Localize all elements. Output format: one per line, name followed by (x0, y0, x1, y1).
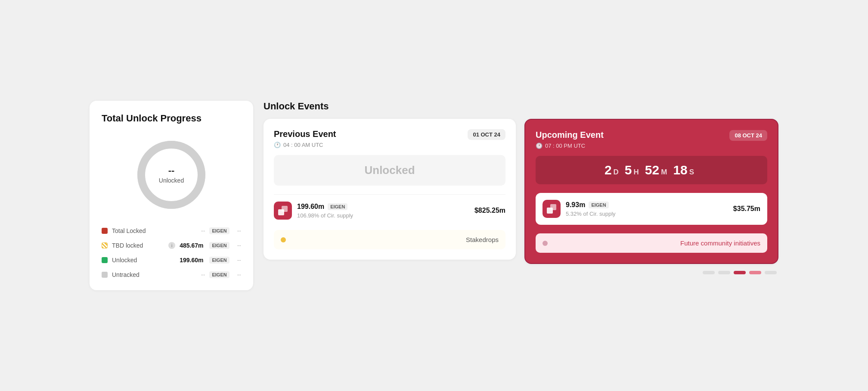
locked-eigen-badge: EIGEN (209, 227, 229, 234)
upcoming-token-usd: $35.75m (733, 205, 760, 213)
previous-token-supply: 106.98% of Cir. supply (297, 212, 469, 219)
future-dot (542, 241, 548, 246)
upcoming-token-info: 9.93m EIGEN 5.32% of Cir. supply (566, 201, 728, 217)
upcoming-event-date: 08 OCT 24 (729, 130, 767, 141)
upcoming-token-amount: 9.93m (566, 201, 585, 209)
donut-container: -- Unlocked (102, 136, 241, 214)
future-row: Future community initiatives (536, 233, 767, 253)
total-unlock-progress-card: Total Unlock Progress -- Unlocked Total … (90, 101, 253, 290)
tbd-extra: -- (237, 242, 241, 249)
previous-time-text: 04 : 00 AM UTC (283, 142, 323, 148)
upcoming-event-header: Upcoming Event 08 OCT 24 (536, 130, 767, 141)
previous-token-icon (274, 202, 292, 220)
legend-value-locked: -- (201, 227, 205, 234)
pag-dot-4[interactable] (749, 271, 761, 274)
tbd-eigen-badge: EIGEN (209, 242, 229, 249)
future-label: Future community initiatives (552, 239, 760, 247)
countdown-days-unit: D (614, 168, 619, 177)
tbd-value: 485.67m (180, 242, 203, 249)
donut-chart: -- Unlocked (133, 136, 210, 214)
unlocked-eigen-badge: EIGEN (209, 257, 229, 264)
countdown-hours: 5 (625, 163, 632, 177)
countdown-minutes-unit: M (661, 168, 667, 177)
legend-item-unlocked: Unlocked 199.60m EIGEN -- (102, 257, 241, 264)
unlocked-status-label: Unlocked (364, 164, 415, 177)
upcoming-event-time: 🕐 07 : 00 PM UTC (536, 143, 767, 149)
tbd-dot (102, 242, 108, 248)
clock-icon: 🕐 (274, 142, 281, 148)
left-card-title: Total Unlock Progress (102, 113, 241, 124)
unlocked-dot (102, 257, 108, 263)
locked-dot (102, 228, 108, 234)
upcoming-token-amount-row: 9.93m EIGEN (566, 201, 728, 209)
previous-event-title: Previous Event (274, 129, 336, 139)
stakedrops-label: Stakedrops (290, 236, 499, 243)
previous-event-card: Previous Event 01 OCT 24 🕐 04 : 00 AM UT… (264, 119, 516, 260)
svg-rect-5 (550, 204, 556, 210)
pag-dot-2[interactable] (718, 271, 730, 274)
untracked-extra: -- (237, 271, 241, 278)
previous-token-row: 199.60m EIGEN 106.98% of Cir. supply $82… (274, 194, 505, 227)
countdown-minutes: 52 (645, 163, 659, 177)
legend-item-untracked: Untracked -- EIGEN -- (102, 271, 241, 278)
untracked-value: -- (201, 271, 205, 278)
previous-token-usd: $825.25m (474, 207, 505, 214)
pag-dot-5[interactable] (765, 271, 777, 274)
untracked-eigen-badge: EIGEN (209, 271, 229, 278)
legend-name-locked: Total Locked (112, 227, 197, 234)
legend-name-unlocked: Unlocked (112, 257, 175, 264)
pagination-dots (264, 271, 778, 274)
countdown-box: 2 D 5 H 52 M 18 S (536, 156, 767, 184)
stakedrops-dot (281, 237, 286, 242)
countdown-days: 2 (604, 163, 612, 177)
unlock-events-title: Unlock Events (264, 101, 778, 112)
previous-token-amount-row: 199.60m EIGEN (297, 203, 469, 211)
previous-event-time: 🕐 04 : 00 AM UTC (274, 142, 505, 148)
untracked-dot (102, 272, 108, 278)
unlocked-extra: -- (237, 257, 241, 264)
info-icon[interactable]: i (168, 242, 175, 249)
legend-item-locked: Total Locked -- EIGEN -- (102, 227, 241, 234)
countdown-hours-unit: H (634, 168, 639, 177)
legend-name-tbd: TBD locked (112, 242, 164, 249)
upcoming-token-supply: 5.32% of Cir. supply (566, 211, 728, 217)
upcoming-token-badge: EIGEN (589, 202, 608, 208)
upcoming-time-text: 07 : 00 PM UTC (545, 143, 585, 149)
main-container: Total Unlock Progress -- Unlocked Total … (90, 101, 778, 290)
upcoming-event-title: Upcoming Event (536, 130, 604, 140)
locked-extra: -- (237, 227, 241, 234)
upcoming-token-box: 9.93m EIGEN 5.32% of Cir. supply $35.75m (536, 193, 767, 225)
previous-event-date: 01 OCT 24 (468, 129, 505, 140)
unlocked-value: 199.60m (180, 257, 203, 264)
svg-rect-3 (282, 206, 288, 212)
legend-list: Total Locked -- EIGEN -- TBD locked i 48… (102, 227, 241, 278)
pag-dot-1[interactable] (703, 271, 715, 274)
donut-dash: -- (159, 166, 184, 175)
countdown-seconds-unit: S (689, 168, 694, 177)
events-row: Previous Event 01 OCT 24 🕐 04 : 00 AM UT… (264, 119, 778, 264)
legend-item-tbd: TBD locked i 485.67m EIGEN -- (102, 242, 241, 249)
countdown-seconds: 18 (673, 163, 687, 177)
upcoming-token-icon (542, 200, 561, 218)
previous-token-info: 199.60m EIGEN 106.98% of Cir. supply (297, 203, 469, 219)
unlocked-status-box: Unlocked (274, 155, 505, 186)
right-section: Unlock Events Previous Event 01 OCT 24 🕐… (264, 101, 778, 274)
previous-token-amount: 199.60m (297, 203, 324, 211)
previous-event-header: Previous Event 01 OCT 24 (274, 129, 505, 140)
legend-name-untracked: Untracked (112, 271, 197, 278)
donut-center: -- Unlocked (159, 166, 184, 184)
upcoming-event-card: Upcoming Event 08 OCT 24 🕐 07 : 00 PM UT… (524, 119, 778, 264)
stakedrops-row: Stakedrops (274, 230, 505, 249)
previous-token-badge: EIGEN (328, 203, 347, 210)
donut-label: Unlocked (159, 177, 184, 184)
pag-dot-3[interactable] (734, 271, 746, 274)
upcoming-clock-icon: 🕐 (536, 143, 542, 149)
